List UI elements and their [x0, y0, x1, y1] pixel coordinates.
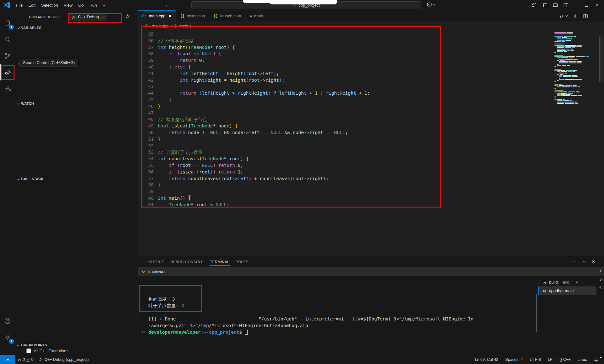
copilot-menu[interactable] — [427, 2, 435, 7]
minimap-row — [554, 86, 590, 87]
minimap-row — [554, 95, 590, 96]
menu-item-···[interactable]: ··· — [100, 2, 110, 9]
minimap-row — [554, 50, 590, 51]
warnings-count: 0 — [31, 357, 33, 362]
extensions-icon[interactable] — [0, 80, 15, 97]
remote-indicator[interactable]: >< — [0, 355, 15, 364]
toggle-sidebar-icon[interactable] — [540, 0, 550, 10]
section-label: CALL STACK — [21, 177, 44, 181]
panel-tab-debug-console[interactable]: DEBUG CONSOLE — [167, 256, 207, 267]
minimap-row — [554, 47, 590, 48]
title-bar: FileEditSelectionViewGoRun··· ← → cpp_pr… — [0, 0, 604, 10]
tab-main.cpp[interactable]: C⁺main.cpp — [138, 10, 176, 21]
editor-more-actions-icon[interactable]: ··· — [593, 13, 599, 19]
minimap-row — [554, 71, 590, 72]
minimap[interactable] — [554, 32, 590, 104]
minimap-row — [554, 33, 590, 34]
notifications-bell[interactable] — [591, 357, 601, 362]
panel-tab-ports[interactable]: PORTS — [233, 256, 252, 267]
section-watch[interactable]: WATCH — [17, 100, 34, 107]
section-call-stack[interactable]: CALL STACK — [17, 175, 44, 182]
tab-label: main — [254, 14, 263, 18]
tab-label: main.cpp — [149, 14, 165, 18]
source-control-icon[interactable] — [0, 48, 15, 64]
panel-more-actions-icon[interactable]: ··· — [571, 259, 577, 265]
explorer-icon[interactable]: 1 — [0, 15, 15, 31]
menu-item-selection[interactable]: Selection — [38, 2, 61, 9]
close-button[interactable]: ✕ — [592, 0, 602, 10]
terminal-section-header[interactable]: TERMINAL — [138, 267, 604, 276]
annotation-box-launch-dropdown — [68, 13, 122, 23]
restore-button[interactable] — [581, 0, 592, 10]
modified-dot-icon[interactable] — [169, 15, 171, 17]
settings-gear-icon[interactable]: 1 — [0, 329, 15, 345]
debug-status[interactable]: C++ Debug (cpp_project) — [36, 355, 91, 364]
breakpoint-checkbox[interactable] — [27, 349, 31, 353]
status-item-ln-69-col-42[interactable]: Ln 69, Col 42 — [472, 357, 501, 362]
problems-status[interactable]: ⊘ 0 △ 0 — [15, 355, 36, 364]
section-label: VARIABLES — [21, 26, 42, 30]
sidebar-title-label: RUN AND DEBUG — [15, 15, 59, 19]
warnings-icon: △ — [27, 357, 30, 362]
minimap-row — [554, 89, 590, 90]
section-variables[interactable]: VARIABLES — [17, 24, 42, 31]
panel-tab-output[interactable]: OUTPUT — [145, 256, 167, 267]
customize-layout-icon[interactable] — [529, 0, 540, 10]
json-file-icon: {} — [213, 14, 218, 18]
breakpoint-row: All C++ Exceptions — [27, 349, 68, 353]
errors-icon: ⊘ — [18, 357, 21, 362]
notification-dot — [600, 357, 601, 358]
minimap-row — [554, 59, 590, 60]
tab-main[interactable]: ≡main — [246, 10, 268, 21]
minimap-row — [554, 70, 590, 71]
menu-item-go[interactable]: Go — [75, 2, 86, 9]
chevron-right-icon[interactable] — [599, 278, 602, 281]
configure-gear-icon[interactable] — [573, 14, 578, 19]
toggle-panel-icon[interactable] — [550, 0, 560, 10]
chevron-right-icon[interactable] — [598, 270, 601, 273]
minimize-button[interactable] — [571, 0, 581, 10]
terminal-line: 树的高度: 3 — [148, 296, 538, 302]
menu-item-file[interactable]: File — [13, 2, 26, 9]
section-breakpoints[interactable]: BREAKPOINTS — [17, 342, 47, 349]
status-item-spaces-4[interactable]: Spaces: 4 — [503, 357, 525, 362]
vscode-logo — [4, 2, 10, 8]
minimap-row — [554, 35, 590, 36]
cpp-file-icon: C⁺ — [142, 14, 146, 18]
menu-item-run[interactable]: Run — [86, 2, 100, 9]
debug-settings-gear-icon[interactable] — [125, 14, 130, 19]
terminal-item-build-task[interactable]: build Task ✓ — [538, 278, 596, 286]
tab-launch.json[interactable]: {}launch.json — [209, 10, 245, 21]
toggle-secondary-sidebar-icon[interactable] — [560, 0, 571, 10]
panel-tab-terminal[interactable]: TERMINAL — [207, 256, 232, 267]
maximize-panel-icon[interactable] — [583, 261, 586, 264]
list-file-icon: ≡ — [250, 14, 252, 18]
editor-scrollbar[interactable] — [599, 36, 603, 82]
close-panel-icon[interactable]: ✕ — [592, 259, 595, 264]
forward-arrow-icon[interactable]: → — [175, 3, 180, 8]
status-item-linux[interactable]: Linux — [575, 357, 589, 362]
split-editor-icon[interactable] — [583, 14, 588, 18]
back-arrow-icon[interactable]: ← — [165, 3, 170, 8]
panel-actions: ··· ✕ — [571, 259, 604, 265]
status-item-lf[interactable]: LF — [545, 357, 555, 362]
run-or-debug-button[interactable] — [559, 14, 567, 19]
tab-tasks.json[interactable]: {}tasks.json — [176, 10, 209, 21]
menu-item-view[interactable]: View — [61, 2, 75, 9]
status-item-utf-8[interactable]: UTF-8 — [527, 357, 543, 362]
minimap-row — [554, 68, 590, 68]
terminal-item-cppdbg[interactable]: cppdbg: main — [538, 286, 596, 295]
terminal-list: build Task ✓ cppdbg: main — [538, 276, 596, 355]
explorer-badge: 1 — [9, 25, 14, 30]
activity-bar: 1 — [0, 10, 15, 355]
menu-item-edit[interactable]: Edit — [26, 2, 38, 9]
prompt-decoration-icon — [142, 331, 145, 333]
minimap-row — [554, 75, 590, 76]
status-item--c-[interactable]: {} C++ — [557, 357, 573, 362]
search-sidebar-icon[interactable] — [0, 31, 15, 48]
account-icon[interactable] — [0, 313, 15, 329]
source-control-tooltip: Source Control (Ctrl+Shift+G) — [20, 59, 78, 67]
terminal-scrollbar[interactable] — [536, 294, 537, 332]
window-controls: ✕ — [529, 0, 602, 10]
minimap-row — [554, 69, 590, 70]
